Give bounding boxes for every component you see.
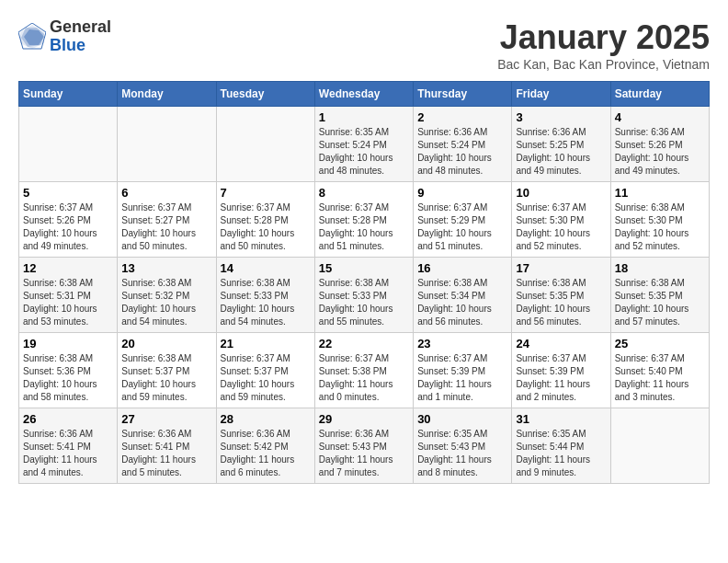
- day-number: 31: [516, 412, 606, 426]
- day-number: 17: [516, 261, 606, 275]
- calendar-day-cell: [118, 107, 216, 182]
- day-number: 27: [121, 412, 211, 426]
- calendar-day-cell: 31 Sunrise: 6:35 AMSunset: 5:44 PMDaylig…: [512, 408, 610, 484]
- day-info: Sunrise: 6:38 AMSunset: 5:33 PMDaylight:…: [319, 278, 393, 327]
- day-number: 9: [417, 186, 507, 200]
- day-number: 2: [417, 110, 507, 124]
- calendar-day-cell: 14 Sunrise: 6:38 AMSunset: 5:33 PMDaylig…: [216, 258, 314, 333]
- calendar-day-cell: 15 Sunrise: 6:38 AMSunset: 5:33 PMDaylig…: [314, 258, 413, 333]
- calendar-day-cell: 26 Sunrise: 6:36 AMSunset: 5:41 PMDaylig…: [19, 408, 118, 484]
- calendar-day-cell: 5 Sunrise: 6:37 AMSunset: 5:26 PMDayligh…: [19, 182, 118, 258]
- day-info: Sunrise: 6:35 AMSunset: 5:43 PMDaylight:…: [417, 429, 492, 477]
- calendar-day-cell: 27 Sunrise: 6:36 AMSunset: 5:41 PMDaylig…: [118, 408, 216, 484]
- day-info: Sunrise: 6:38 AMSunset: 5:30 PMDaylight:…: [615, 202, 689, 251]
- day-info: Sunrise: 6:38 AMSunset: 5:35 PMDaylight:…: [516, 278, 590, 327]
- day-info: Sunrise: 6:38 AMSunset: 5:37 PMDaylight:…: [121, 353, 196, 402]
- day-number: 19: [23, 337, 113, 350]
- day-info: Sunrise: 6:37 AMSunset: 5:27 PMDaylight:…: [121, 202, 196, 251]
- day-number: 29: [319, 412, 409, 426]
- logo-general: General: [50, 18, 111, 37]
- calendar-day-cell: 28 Sunrise: 6:36 AMSunset: 5:42 PMDaylig…: [216, 408, 314, 484]
- calendar-day-cell: 22 Sunrise: 6:37 AMSunset: 5:38 PMDaylig…: [314, 333, 413, 408]
- day-info: Sunrise: 6:37 AMSunset: 5:28 PMDaylight:…: [319, 202, 393, 251]
- day-number: 11: [615, 186, 705, 200]
- day-number: 30: [417, 412, 507, 426]
- day-info: Sunrise: 6:38 AMSunset: 5:34 PMDaylight:…: [417, 278, 492, 327]
- calendar-week-row: 1 Sunrise: 6:35 AMSunset: 5:24 PMDayligh…: [19, 107, 710, 182]
- day-info: Sunrise: 6:37 AMSunset: 5:40 PMDaylight:…: [615, 353, 689, 402]
- calendar-day-cell: 9 Sunrise: 6:37 AMSunset: 5:29 PMDayligh…: [414, 182, 512, 258]
- calendar-day-cell: [19, 107, 118, 182]
- day-info: Sunrise: 6:37 AMSunset: 5:29 PMDaylight:…: [417, 202, 492, 251]
- day-number: 28: [221, 412, 311, 426]
- calendar-day-cell: 19 Sunrise: 6:38 AMSunset: 5:36 PMDaylig…: [19, 333, 118, 408]
- day-number: 3: [516, 110, 606, 124]
- weekday-header-sunday: Sunday: [19, 82, 118, 107]
- day-info: Sunrise: 6:36 AMSunset: 5:41 PMDaylight:…: [23, 429, 97, 477]
- weekday-header-saturday: Saturday: [610, 82, 709, 107]
- day-number: 24: [516, 337, 606, 350]
- day-number: 26: [23, 412, 113, 426]
- day-number: 7: [221, 186, 311, 200]
- day-info: Sunrise: 6:36 AMSunset: 5:26 PMDaylight:…: [615, 127, 689, 176]
- day-info: Sunrise: 6:37 AMSunset: 5:39 PMDaylight:…: [516, 353, 590, 402]
- calendar-day-cell: 16 Sunrise: 6:38 AMSunset: 5:34 PMDaylig…: [414, 258, 512, 333]
- calendar-day-cell: 3 Sunrise: 6:36 AMSunset: 5:25 PMDayligh…: [512, 107, 610, 182]
- day-info: Sunrise: 6:38 AMSunset: 5:31 PMDaylight:…: [23, 278, 97, 327]
- calendar-day-cell: 30 Sunrise: 6:35 AMSunset: 5:43 PMDaylig…: [414, 408, 512, 484]
- day-info: Sunrise: 6:36 AMSunset: 5:43 PMDaylight:…: [319, 429, 393, 477]
- logo-icon: [18, 23, 46, 51]
- page-header: General Blue January 2025 Bac Kan, Bac K…: [18, 18, 710, 72]
- calendar-day-cell: 23 Sunrise: 6:37 AMSunset: 5:39 PMDaylig…: [414, 333, 512, 408]
- calendar-day-cell: 13 Sunrise: 6:38 AMSunset: 5:32 PMDaylig…: [118, 258, 216, 333]
- weekday-header-tuesday: Tuesday: [216, 82, 314, 107]
- day-info: Sunrise: 6:37 AMSunset: 5:37 PMDaylight:…: [221, 353, 295, 402]
- day-info: Sunrise: 6:36 AMSunset: 5:41 PMDaylight:…: [121, 429, 196, 477]
- calendar-table: SundayMondayTuesdayWednesdayThursdayFrid…: [18, 81, 710, 484]
- day-number: 16: [417, 261, 507, 275]
- calendar-day-cell: [216, 107, 314, 182]
- day-number: 8: [319, 186, 409, 200]
- month-title: January 2025: [497, 18, 710, 57]
- day-number: 22: [319, 337, 409, 350]
- calendar-day-cell: 18 Sunrise: 6:38 AMSunset: 5:35 PMDaylig…: [610, 258, 709, 333]
- day-number: 23: [417, 337, 507, 350]
- logo-text: General Blue: [50, 18, 111, 55]
- weekday-header-row: SundayMondayTuesdayWednesdayThursdayFrid…: [19, 82, 710, 107]
- day-info: Sunrise: 6:35 AMSunset: 5:44 PMDaylight:…: [516, 429, 590, 477]
- day-info: Sunrise: 6:37 AMSunset: 5:30 PMDaylight:…: [516, 202, 590, 251]
- day-number: 13: [121, 261, 211, 275]
- calendar-day-cell: 17 Sunrise: 6:38 AMSunset: 5:35 PMDaylig…: [512, 258, 610, 333]
- calendar-day-cell: 25 Sunrise: 6:37 AMSunset: 5:40 PMDaylig…: [610, 333, 709, 408]
- day-number: 1: [319, 110, 409, 124]
- calendar-day-cell: 20 Sunrise: 6:38 AMSunset: 5:37 PMDaylig…: [118, 333, 216, 408]
- calendar-day-cell: 29 Sunrise: 6:36 AMSunset: 5:43 PMDaylig…: [314, 408, 413, 484]
- day-number: 14: [221, 261, 311, 275]
- calendar-week-row: 26 Sunrise: 6:36 AMSunset: 5:41 PMDaylig…: [19, 408, 710, 484]
- calendar-day-cell: 24 Sunrise: 6:37 AMSunset: 5:39 PMDaylig…: [512, 333, 610, 408]
- day-info: Sunrise: 6:37 AMSunset: 5:38 PMDaylight:…: [319, 353, 393, 402]
- weekday-header-wednesday: Wednesday: [314, 82, 413, 107]
- calendar-day-cell: 2 Sunrise: 6:36 AMSunset: 5:24 PMDayligh…: [414, 107, 512, 182]
- day-info: Sunrise: 6:37 AMSunset: 5:39 PMDaylight:…: [417, 353, 492, 402]
- day-info: Sunrise: 6:36 AMSunset: 5:42 PMDaylight:…: [221, 429, 295, 477]
- weekday-header-friday: Friday: [512, 82, 610, 107]
- calendar-day-cell: [610, 408, 709, 484]
- calendar-week-row: 12 Sunrise: 6:38 AMSunset: 5:31 PMDaylig…: [19, 258, 710, 333]
- calendar-week-row: 19 Sunrise: 6:38 AMSunset: 5:36 PMDaylig…: [19, 333, 710, 408]
- calendar-day-cell: 8 Sunrise: 6:37 AMSunset: 5:28 PMDayligh…: [314, 182, 413, 258]
- day-info: Sunrise: 6:38 AMSunset: 5:32 PMDaylight:…: [121, 278, 196, 327]
- day-info: Sunrise: 6:36 AMSunset: 5:24 PMDaylight:…: [417, 127, 492, 176]
- day-info: Sunrise: 6:35 AMSunset: 5:24 PMDaylight:…: [319, 127, 393, 176]
- title-block: January 2025 Bac Kan, Bac Kan Province, …: [497, 18, 710, 72]
- calendar-week-row: 5 Sunrise: 6:37 AMSunset: 5:26 PMDayligh…: [19, 182, 710, 258]
- day-number: 10: [516, 186, 606, 200]
- calendar-day-cell: 6 Sunrise: 6:37 AMSunset: 5:27 PMDayligh…: [118, 182, 216, 258]
- day-info: Sunrise: 6:37 AMSunset: 5:26 PMDaylight:…: [23, 202, 97, 251]
- calendar-day-cell: 10 Sunrise: 6:37 AMSunset: 5:30 PMDaylig…: [512, 182, 610, 258]
- day-number: 18: [615, 261, 705, 275]
- calendar-day-cell: 11 Sunrise: 6:38 AMSunset: 5:30 PMDaylig…: [610, 182, 709, 258]
- day-info: Sunrise: 6:38 AMSunset: 5:33 PMDaylight:…: [221, 278, 295, 327]
- calendar-day-cell: 4 Sunrise: 6:36 AMSunset: 5:26 PMDayligh…: [610, 107, 709, 182]
- day-number: 4: [615, 110, 705, 124]
